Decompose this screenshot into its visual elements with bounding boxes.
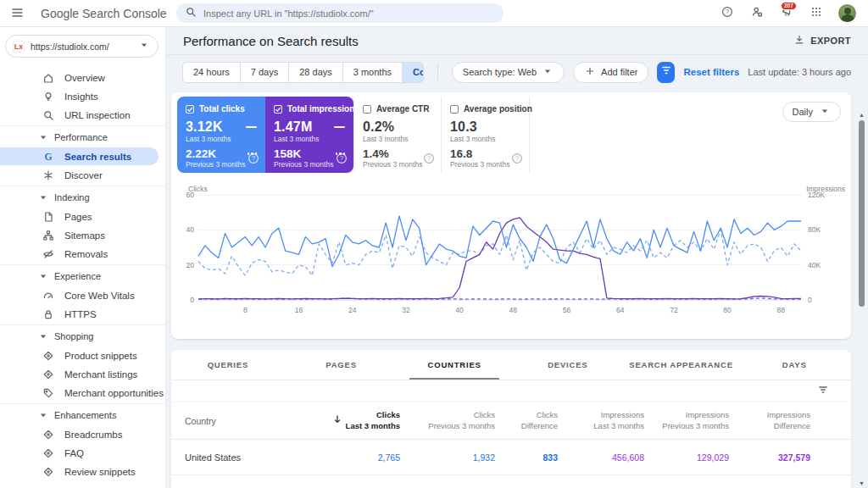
tag-icon (42, 387, 54, 399)
column-header-clicks-last-3-months[interactable]: ClicksLast 3 months (300, 410, 400, 432)
sidebar-item-insights[interactable]: Insights (0, 87, 159, 105)
metric-value-last: 0.2% (363, 119, 394, 135)
sidebar-item-faq[interactable]: FAQ (0, 444, 159, 462)
app-title: Google Search Console (41, 7, 167, 20)
tab-search-appearance[interactable]: SEARCH APPEARANCE (625, 350, 738, 380)
sidebar-item-breadcrumbs[interactable]: Breadcrumbs (0, 425, 159, 443)
sidebar-section-header-performance[interactable]: Performance (0, 128, 165, 147)
column-header-clicks-difference[interactable]: ClicksDifference (495, 410, 558, 432)
snippet-icon (42, 429, 54, 441)
property-selector[interactable]: Lx https://studiolx.com/ (5, 35, 159, 58)
metric-tile-total-impressions[interactable]: Total impressions1.47MLast 3 months158KP… (265, 97, 353, 173)
gsc-logo[interactable]: Google Search Console (34, 5, 166, 21)
scrollbar-thumb[interactable] (859, 120, 865, 307)
table-row[interactable]: United States2,7651,932833456,608129,029… (171, 440, 851, 475)
sidebar-item-pages[interactable]: Pages (0, 208, 159, 225)
checkbox-checked-icon[interactable] (186, 105, 194, 114)
checkbox-checked-icon[interactable] (274, 105, 282, 114)
snippet-icon (42, 369, 54, 380)
svg-text:40K: 40K (808, 261, 821, 269)
checkbox-unchecked-icon[interactable] (450, 105, 459, 114)
svg-text:20: 20 (186, 261, 195, 269)
table-row[interactable]: Canada1871236423,1545,46317,691 (171, 475, 851, 488)
date-range-24-hours[interactable]: 24 hours (183, 63, 241, 82)
tab-devices[interactable]: DEVICES (511, 350, 625, 380)
pages-icon (42, 211, 54, 223)
manage-accounts-icon[interactable] (749, 6, 765, 21)
filter-toggle-button[interactable] (657, 62, 675, 83)
tab-days[interactable]: DAYS (737, 350, 851, 380)
sidebar-section-header-experience[interactable]: Experience (0, 267, 165, 286)
table-filter-icon[interactable] (817, 384, 829, 399)
column-header-country[interactable]: Country (171, 416, 300, 426)
search-icon (42, 109, 54, 121)
svg-text:80K: 80K (808, 225, 821, 234)
add-filter-chip[interactable]: Add filter (573, 62, 648, 83)
date-range-compare[interactable]: Compare (403, 63, 424, 82)
help-icon[interactable]: ? (720, 6, 735, 21)
sidebar-item-sitemaps[interactable]: Sitemaps (0, 226, 159, 244)
svg-text:?: ? (515, 154, 519, 162)
column-header-clicks-previous-3-months[interactable]: ClicksPrevious 3 months (400, 410, 495, 432)
metric-tile-total-clicks[interactable]: Total clicks3.12KLast 3 months2.22KPrevi… (177, 97, 265, 173)
metric-tile-average-position[interactable]: Average position10.3Last 3 months16.8Pre… (442, 97, 530, 173)
sidebar-section-header-enhancements[interactable]: Enhancements (0, 406, 165, 424)
sidebar-item-merchant-opportunities[interactable]: Merchant opportunities (0, 384, 159, 402)
help-icon[interactable]: ? (248, 152, 259, 168)
date-range-control: 24 hours7 days28 days3 monthsCompare (182, 62, 424, 83)
sidebar-item-removals[interactable]: Removals (0, 245, 159, 263)
date-range-7-days[interactable]: 7 days (241, 63, 289, 82)
lock-icon (42, 308, 54, 320)
snippet-icon (42, 350, 54, 362)
vertical-scrollbar[interactable]: ▲ ▼ (857, 85, 865, 486)
sidebar-item-core-web-vitals[interactable]: Core Web Vitals (0, 286, 159, 304)
export-button[interactable]: EXPORT (793, 34, 851, 47)
sidebar-item-review-snippets[interactable]: Review snippets (0, 463, 159, 480)
property-favicon: Lx (13, 41, 25, 53)
google-apps-icon[interactable] (809, 6, 824, 21)
sidebar-section-header-indexing[interactable]: Indexing (0, 188, 165, 207)
sitemap-icon (42, 230, 54, 241)
plus-icon (584, 65, 596, 79)
svg-text:0: 0 (190, 296, 194, 304)
metric-value-last: 10.3 (450, 119, 477, 135)
scroll-up-icon[interactable]: ▲ (859, 112, 865, 118)
solid-line-key (334, 126, 345, 129)
column-header-impressions-difference[interactable]: ImpressionsDifference (729, 410, 810, 432)
last-update-text: Last update: 3 hours ago (748, 67, 851, 77)
checkbox-unchecked-icon[interactable] (363, 105, 371, 114)
scroll-down-icon[interactable]: ▼ (859, 480, 865, 486)
column-header-impressions-previous-3-months[interactable]: ImpressionsPrevious 3 months (644, 410, 729, 432)
metric-tile-average-ctr[interactable]: Average CTR0.2%Last 3 months1.4%Previous… (353, 97, 442, 173)
sidebar-item-search-results[interactable]: GSearch results (0, 147, 159, 165)
gsearch-icon: G (42, 151, 54, 163)
url-inspect-search[interactable] (176, 3, 504, 23)
tab-countries[interactable]: COUNTRIES (398, 350, 511, 380)
column-header-impressions-last-3-months[interactable]: ImpressionsLast 3 months (558, 410, 644, 432)
download-icon (793, 34, 805, 47)
sidebar-item-https[interactable]: HTTPS (0, 305, 159, 323)
date-range-3-months[interactable]: 3 months (343, 63, 403, 82)
avatar[interactable] (838, 4, 856, 22)
search-type-chip[interactable]: Search type: Web (452, 62, 565, 83)
date-range-28-days[interactable]: 28 days (289, 63, 343, 82)
sidebar-item-overview[interactable]: Overview (0, 69, 159, 86)
hamburger-menu-icon[interactable] (0, 0, 34, 27)
svg-text:80: 80 (723, 306, 732, 314)
reset-filters-link[interactable]: Reset filters (683, 67, 739, 77)
sidebar-item-url-inspection[interactable]: URL inspection (0, 106, 159, 124)
sidebar-item-merchant-listings[interactable]: Merchant listings (0, 365, 159, 383)
announcements-icon[interactable]: 207 (779, 6, 794, 21)
tab-pages[interactable]: PAGES (285, 350, 398, 380)
granularity-dropdown[interactable]: Daily (782, 102, 841, 122)
help-icon[interactable]: ? (511, 152, 523, 168)
url-inspect-input[interactable] (203, 8, 495, 19)
notification-badge: 207 (781, 2, 797, 11)
help-icon[interactable]: ? (336, 152, 348, 168)
sidebar-section-header-shopping[interactable]: Shopping (0, 327, 165, 346)
sidebar-item-discover[interactable]: Discover (0, 166, 159, 184)
help-icon[interactable]: ? (423, 152, 435, 168)
chevron-down-icon (138, 39, 150, 54)
tab-queries[interactable]: QUERIES (171, 350, 285, 380)
sidebar-item-product-snippets[interactable]: Product snippets (0, 347, 159, 364)
